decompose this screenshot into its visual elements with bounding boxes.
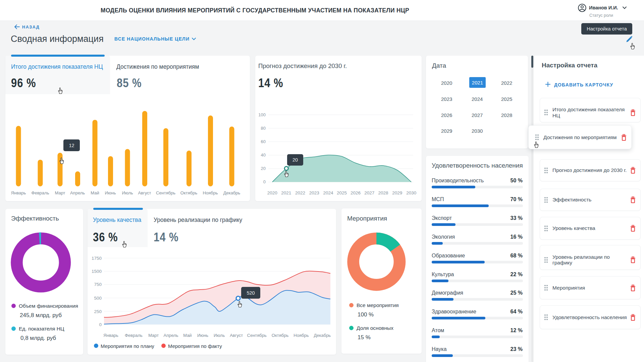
svg-text:Ноябрь: Ноябрь — [203, 190, 218, 195]
svg-text:60: 60 — [261, 139, 266, 144]
svg-text:2030: 2030 — [406, 190, 416, 195]
svg-text:40: 40 — [261, 153, 266, 158]
svg-text:Май: Май — [91, 190, 99, 195]
svg-text:Май: Май — [183, 333, 192, 338]
svg-text:750: 750 — [94, 282, 102, 287]
svg-text:2024: 2024 — [323, 190, 334, 195]
svg-text:Февраль: Февраль — [32, 190, 49, 195]
svg-text:Июль: Июль — [214, 333, 225, 338]
svg-text:2020: 2020 — [267, 190, 277, 195]
svg-text:0: 0 — [263, 179, 266, 184]
svg-text:2028: 2028 — [378, 190, 388, 195]
svg-text:2029: 2029 — [392, 190, 402, 195]
svg-text:Апрель: Апрель — [164, 333, 178, 338]
svg-text:2026: 2026 — [351, 190, 361, 195]
svg-text:Октябрь: Октябрь — [272, 333, 289, 338]
svg-text:1500: 1500 — [92, 269, 102, 274]
svg-text:Июнь: Июнь — [105, 190, 116, 195]
svg-text:2023: 2023 — [309, 190, 319, 195]
svg-text:Ноябрь: Ноябрь — [293, 333, 309, 338]
svg-text:100: 100 — [258, 112, 266, 117]
svg-text:2027: 2027 — [364, 190, 374, 195]
svg-text:Сентябрь: Сентябрь — [156, 190, 175, 195]
svg-text:Март: Март — [55, 190, 65, 195]
svg-text:2025: 2025 — [337, 190, 347, 195]
svg-text:Июль: Июль — [122, 190, 133, 195]
svg-text:Август: Август — [138, 190, 151, 195]
svg-text:Январь: Январь — [103, 333, 118, 338]
svg-text:Август: Август — [230, 333, 243, 338]
svg-text:2022: 2022 — [295, 190, 305, 195]
svg-text:20: 20 — [261, 166, 266, 171]
svg-text:Декабрь: Декабрь — [314, 333, 331, 338]
svg-text:Февраль: Февраль — [125, 333, 143, 338]
svg-text:Апрель: Апрель — [70, 190, 85, 195]
svg-text:250: 250 — [94, 309, 102, 314]
svg-text:Сентябрь: Сентябрь — [247, 333, 267, 338]
svg-text:1750: 1750 — [92, 256, 102, 261]
svg-text:Октябрь: Октябрь — [180, 190, 198, 195]
svg-text:0: 0 — [99, 322, 102, 327]
svg-text:Март: Март — [148, 333, 159, 338]
svg-text:80: 80 — [261, 126, 266, 131]
svg-text:2021: 2021 — [281, 190, 291, 195]
svg-text:Июнь: Июнь — [197, 333, 208, 338]
svg-text:Декабрь: Декабрь — [223, 190, 240, 195]
svg-text:500: 500 — [94, 296, 102, 301]
svg-text:Январь: Январь — [11, 190, 26, 195]
